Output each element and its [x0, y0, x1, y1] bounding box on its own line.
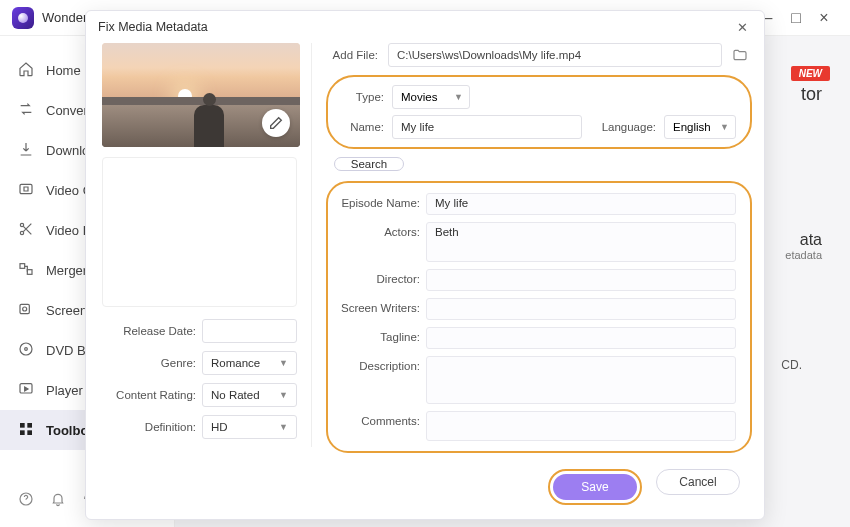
- svg-rect-10: [20, 423, 25, 428]
- new-badge: NEW: [791, 66, 830, 81]
- name-input[interactable]: My life: [392, 115, 582, 139]
- svg-point-7: [20, 343, 32, 355]
- episode-input[interactable]: My life: [426, 193, 736, 215]
- media-thumbnail: [102, 43, 300, 147]
- comments-label: Comments:: [334, 411, 420, 427]
- bg-title-fragment: tor: [801, 84, 822, 105]
- help-icon[interactable]: [18, 491, 34, 511]
- rating-select[interactable]: No Rated▼: [202, 383, 297, 407]
- tagline-label: Tagline:: [334, 327, 420, 343]
- cancel-button[interactable]: Cancel: [656, 469, 740, 495]
- type-select[interactable]: Movies▼: [392, 85, 470, 109]
- sidebar-item-label: Merger: [46, 263, 87, 278]
- language-select[interactable]: English▼: [664, 115, 736, 139]
- maximize-button[interactable]: □: [782, 4, 810, 32]
- scissors-icon: [18, 221, 36, 239]
- close-button[interactable]: ×: [810, 4, 838, 32]
- definition-select[interactable]: HD▼: [202, 415, 297, 439]
- director-label: Director:: [334, 269, 420, 285]
- sidebar-item-label: Home: [46, 63, 81, 78]
- disc-icon: [18, 341, 36, 359]
- compress-icon: [18, 181, 36, 199]
- toolbox-icon: [18, 421, 36, 439]
- svg-point-8: [25, 348, 28, 351]
- browse-file-button[interactable]: [728, 43, 752, 67]
- director-input[interactable]: [426, 269, 736, 291]
- modal-title-text: Fix Media Metadata: [98, 20, 208, 34]
- svg-rect-13: [27, 430, 32, 435]
- secondary-thumbnail-slot: [102, 157, 297, 307]
- recorder-icon: [18, 301, 36, 319]
- svg-rect-3: [20, 264, 25, 269]
- converter-icon: [18, 101, 36, 119]
- svg-rect-5: [20, 304, 29, 313]
- svg-point-2: [20, 231, 23, 234]
- comments-input[interactable]: [426, 411, 736, 441]
- svg-rect-12: [20, 430, 25, 435]
- play-icon: [18, 381, 36, 399]
- tagline-input[interactable]: [426, 327, 736, 349]
- release-date-label: Release Date:: [102, 325, 202, 337]
- release-date-field[interactable]: [202, 319, 297, 343]
- edit-thumbnail-button[interactable]: [262, 109, 290, 137]
- folder-icon: [732, 47, 748, 63]
- episode-label: Episode Name:: [334, 193, 420, 209]
- add-file-input[interactable]: C:\Users\ws\Downloads\My life.mp4: [388, 43, 722, 67]
- modal-close-button[interactable]: ✕: [732, 20, 752, 35]
- save-button-highlight: Save: [548, 469, 642, 505]
- svg-rect-11: [27, 423, 32, 428]
- merger-icon: [18, 261, 36, 279]
- svg-rect-0: [20, 184, 32, 193]
- search-params-callout: Type: Movies▼ Name: My life Language: En…: [326, 75, 752, 149]
- description-label: Description:: [334, 356, 420, 372]
- actors-label: Actors:: [334, 222, 420, 238]
- name-label: Name:: [336, 121, 384, 133]
- svg-point-1: [20, 223, 23, 226]
- bg-cd-fragment: CD.: [781, 358, 802, 372]
- save-button[interactable]: Save: [553, 474, 637, 500]
- bell-icon[interactable]: [50, 491, 66, 511]
- bg-sub2: etadata: [785, 249, 822, 261]
- actors-input[interactable]: Beth: [426, 222, 736, 262]
- bg-sub1: ata: [785, 231, 822, 249]
- rating-label: Content Rating:: [102, 389, 202, 401]
- pencil-icon: [268, 115, 284, 131]
- app-logo: [12, 7, 34, 29]
- language-label: Language:: [602, 121, 656, 133]
- sidebar-item-label: Player: [46, 383, 83, 398]
- modal-titlebar: Fix Media Metadata ✕: [86, 11, 764, 43]
- genre-label: Genre:: [102, 357, 202, 369]
- writers-input[interactable]: [426, 298, 736, 320]
- writers-label: Screen Writers:: [334, 298, 420, 314]
- definition-label: Definition:: [102, 421, 202, 433]
- download-icon: [18, 141, 36, 159]
- svg-point-6: [23, 307, 27, 311]
- app-title: Wonder: [42, 10, 87, 25]
- search-button[interactable]: Search: [334, 157, 404, 171]
- genre-select[interactable]: Romance▼: [202, 351, 297, 375]
- metadata-modal: Fix Media Metadata ✕ Release Date: Genre…: [85, 10, 765, 520]
- type-label: Type:: [336, 91, 384, 103]
- svg-rect-4: [27, 270, 32, 275]
- metadata-fields-callout: Episode Name: My life Actors: Beth Direc…: [326, 181, 752, 453]
- add-file-label: Add File:: [326, 49, 382, 61]
- description-input[interactable]: [426, 356, 736, 404]
- home-icon: [18, 61, 36, 79]
